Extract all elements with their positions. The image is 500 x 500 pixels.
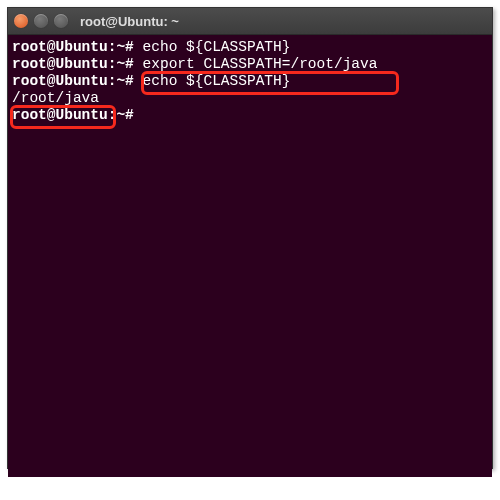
command-text	[134, 107, 143, 123]
terminal-line: root@Ubuntu:~# export CLASSPATH=/root/ja…	[12, 56, 488, 73]
prompt: root@Ubuntu:~#	[12, 56, 134, 72]
prompt: root@Ubuntu:~#	[12, 73, 134, 89]
command-text: echo ${CLASSPATH}	[134, 73, 291, 89]
terminal-line: root@Ubuntu:~# echo ${CLASSPATH}	[12, 73, 488, 90]
prompt: root@Ubuntu:~#	[12, 107, 134, 123]
close-icon[interactable]	[14, 14, 28, 28]
command-text: export CLASSPATH=/root/java	[134, 56, 378, 72]
minimize-icon[interactable]	[34, 14, 48, 28]
prompt: root@Ubuntu:~#	[12, 39, 134, 55]
window-title: root@Ubuntu: ~	[80, 14, 179, 29]
terminal-line: root@Ubuntu:~#	[12, 107, 488, 124]
maximize-icon[interactable]	[54, 14, 68, 28]
terminal-line: root@Ubuntu:~# echo ${CLASSPATH}	[12, 39, 488, 56]
terminal-body[interactable]: root@Ubuntu:~# echo ${CLASSPATH} root@Ub…	[8, 35, 492, 477]
output-text: /root/java	[12, 90, 99, 106]
terminal-line: /root/java	[12, 90, 488, 107]
titlebar[interactable]: root@Ubuntu: ~	[8, 8, 492, 35]
terminal-window: root@Ubuntu: ~ root@Ubuntu:~# echo ${CLA…	[7, 7, 493, 469]
command-text: echo ${CLASSPATH}	[134, 39, 291, 55]
